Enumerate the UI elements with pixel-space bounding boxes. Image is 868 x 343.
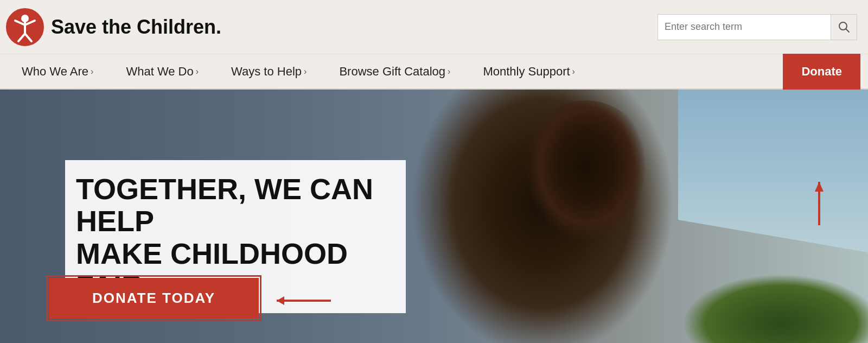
nav-label-monthly-support: Monthly Support bbox=[483, 65, 570, 79]
search-button[interactable] bbox=[831, 14, 857, 40]
hero-headline-line1: TOGETHER, WE CAN HELP bbox=[76, 173, 373, 237]
donate-today-button[interactable]: DONATE TODAY bbox=[49, 278, 259, 319]
nav-item-what-we-do[interactable]: What We Do › bbox=[110, 54, 215, 89]
chevron-icon-ways-to-help: › bbox=[304, 67, 307, 77]
chevron-icon-browse-gift-catalog: › bbox=[448, 67, 450, 77]
search-area bbox=[658, 14, 857, 40]
donate-today-button-wrapper: DONATE TODAY bbox=[49, 278, 259, 319]
svg-marker-12 bbox=[815, 182, 824, 192]
svg-point-1 bbox=[21, 15, 29, 22]
chevron-icon-what-we-do: › bbox=[196, 67, 199, 77]
save-the-children-logo-icon bbox=[5, 8, 44, 47]
chevron-icon-monthly-support: › bbox=[572, 67, 575, 77]
nav-label-who-we-are: Who We Are bbox=[22, 65, 88, 79]
logo-area: Save the Children. bbox=[5, 8, 221, 47]
nav-items: Who We Are › What We Do › Ways to Help ›… bbox=[5, 54, 786, 89]
search-icon bbox=[838, 21, 850, 33]
nav-item-who-we-are[interactable]: Who We Are › bbox=[5, 54, 110, 89]
donate-today-section: DONATE TODAY bbox=[49, 278, 259, 319]
logo-text: Save the Children. bbox=[51, 16, 221, 39]
nav-label-browse-gift-catalog: Browse Gift Catalog bbox=[339, 65, 445, 79]
nav-label-ways-to-help: Ways to Help bbox=[231, 65, 302, 79]
donate-button-wrapper: Donate bbox=[786, 57, 857, 86]
hero-section: TOGETHER, WE CAN HELP MAKE CHILDHOOD FAI… bbox=[0, 90, 868, 343]
arrow-to-donate-nav bbox=[797, 176, 841, 231]
nav-item-ways-to-help[interactable]: Ways to Help › bbox=[215, 54, 323, 89]
main-nav: Who We Are › What We Do › Ways to Help ›… bbox=[0, 54, 868, 90]
donate-button[interactable]: Donate bbox=[786, 57, 857, 86]
svg-marker-10 bbox=[277, 296, 284, 305]
nav-item-browse-gift-catalog[interactable]: Browse Gift Catalog › bbox=[323, 54, 467, 89]
nav-item-monthly-support[interactable]: Monthly Support › bbox=[467, 54, 591, 89]
header: Save the Children. bbox=[0, 0, 868, 54]
nav-label-what-we-do: What We Do bbox=[126, 65, 193, 79]
arrow-to-donate-today bbox=[271, 284, 336, 317]
svg-line-8 bbox=[846, 29, 849, 32]
search-input[interactable] bbox=[658, 14, 831, 40]
chevron-icon-who-we-are: › bbox=[91, 67, 93, 77]
hero-child-head bbox=[510, 100, 662, 290]
